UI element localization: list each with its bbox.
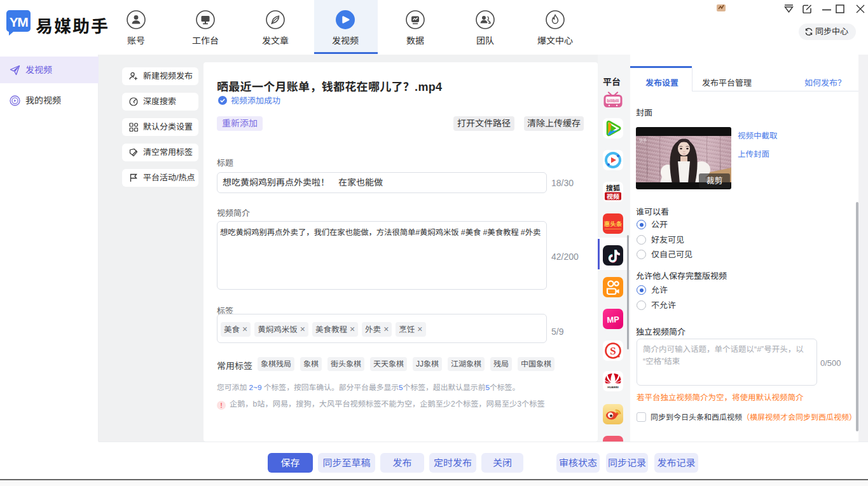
svg-text:HUAWEI: HUAWEI bbox=[607, 386, 619, 389]
svg-text:bilibili: bilibili bbox=[607, 98, 619, 103]
svg-text:惠头条: 惠头条 bbox=[604, 220, 623, 227]
svg-text:MP: MP bbox=[607, 314, 620, 325]
svg-text:搜狐: 搜狐 bbox=[606, 184, 620, 192]
svg-text:YM: YM bbox=[10, 15, 29, 29]
svg-text:快手: 快手 bbox=[639, 138, 647, 143]
svg-text:视频: 视频 bbox=[607, 193, 619, 200]
svg-text:S: S bbox=[610, 345, 616, 357]
